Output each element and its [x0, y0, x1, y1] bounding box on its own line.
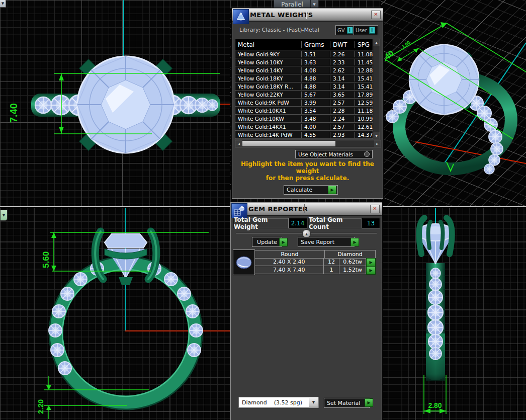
play-icon: ▶: [328, 186, 336, 194]
cell-metal: White Gold:10KX1: [235, 108, 302, 114]
metal-weights-titlebar[interactable]: METAL WEIGHTS ✕: [232, 9, 383, 22]
scroll-down-icon[interactable]: ▼: [373, 132, 380, 139]
cell-grams: 3.99: [302, 100, 330, 106]
gem-reporter-panel: GEM REPORTER ✕ Total Gem Weight 2.14 Tot…: [230, 202, 382, 420]
table-row[interactable]: White Gold:10KW 3.48 2.24 10.99: [235, 115, 380, 123]
col-shape: Round: [254, 250, 325, 259]
table-row[interactable]: White Gold:9K PdW 3.99 2.57 12.59: [235, 99, 380, 107]
total-gem-count-label: Total Gem Count: [308, 218, 362, 228]
viewport-menu-dropdown-bottom[interactable]: ▼: [0, 210, 8, 221]
table-row[interactable]: White Gold:14K PdW 4.55 2.93 14.37: [235, 131, 380, 139]
save-report-label: Save Report: [301, 239, 334, 245]
cell-grams: 5.67: [302, 92, 330, 98]
calculate-button[interactable]: Calculate ▶: [284, 185, 338, 195]
table-row[interactable]: White Gold:14KX1 4.00 2.57 12.61: [235, 123, 380, 131]
viewport-top-view[interactable]: 7.40: [0, 0, 230, 207]
panel-title: METAL WEIGHTS: [250, 11, 313, 19]
cell-dwt: 2.28: [330, 108, 355, 114]
dim-label-band-thickness: 2.20: [36, 399, 45, 414]
chevron-down-icon[interactable]: ▼: [309, 398, 318, 407]
cell-grams: 4.88: [302, 83, 330, 90]
set-material-play-icon[interactable]: ▶: [365, 398, 373, 407]
col-dwt: DWT: [330, 41, 355, 48]
edge-view-drawing: 2.80: [381, 208, 526, 420]
cell-grams: 3.63: [302, 59, 330, 65]
front-view-drawing: 5.60 2.20: [0, 208, 230, 420]
close-icon[interactable]: ✕: [371, 11, 381, 19]
viewport-edge-view[interactable]: 2.80: [381, 208, 526, 420]
gem-reporter-titlebar[interactable]: GEM REPORTER ✕: [231, 203, 382, 216]
save-report-play-icon[interactable]: ▶: [350, 238, 359, 246]
scroll-right-icon[interactable]: ►: [374, 140, 381, 147]
projection-label: Parallel: [274, 1, 310, 8]
ring-perspective: [386, 45, 518, 178]
scroll-up-icon[interactable]: ▲: [373, 39, 380, 46]
save-report-button[interactable]: Save Report: [298, 237, 355, 247]
cell-metal: Yellow Gold:10KY: [235, 59, 302, 65]
update-play-icon[interactable]: ▶: [279, 238, 288, 246]
viewport-front-view[interactable]: 5.60 2.20: [0, 208, 230, 420]
col-grams: Grams: [302, 41, 330, 48]
gem-thumbnail[interactable]: [233, 249, 255, 275]
table-row[interactable]: Yellow Gold:22KY 5.67 3.65 17.89: [235, 91, 380, 99]
gem-row-play-icon[interactable]: ▶: [366, 266, 376, 275]
table-row[interactable]: White Gold:10KX1 3.54 2.28 11.18: [235, 107, 380, 115]
user-toggle[interactable]: User I: [354, 25, 378, 35]
material-dropdown[interactable]: Diamond (3.52 spg) ▼: [238, 397, 319, 408]
radio-icon: [364, 151, 370, 157]
horizontal-scrollbar[interactable]: ◄ ►: [235, 140, 381, 147]
cell-dwt: 3.14: [330, 75, 355, 81]
total-gem-weight-label: Total Gem Weight: [233, 218, 289, 228]
use-object-materials-label: Use Object Materials: [298, 151, 353, 157]
instruction-text: Highlight the item you want to find the …: [232, 160, 383, 182]
prong-head-front: [95, 231, 156, 285]
cell-metal: White Gold:10KW: [235, 116, 302, 122]
cell-dwt: 2.57: [330, 100, 355, 106]
scroll-left-icon[interactable]: ◄: [235, 140, 242, 147]
table-row[interactable]: Yellow Gold:14KY 4.08 2.62 12.88: [235, 66, 380, 74]
table-row[interactable]: Yellow Gold:18KY R... 4.88 3.14 15.41: [235, 82, 380, 91]
cell-grams: 4.00: [302, 124, 330, 130]
application-window: 7.40: [0, 0, 526, 420]
cell-metal: Yellow Gold:9KY: [235, 51, 302, 57]
scale-icon: [233, 9, 249, 24]
cell-grams: 4.55: [302, 132, 330, 138]
cell-metal: Yellow Gold:14KY: [235, 67, 302, 73]
library-label: Library: Classic - (Fast)-Metal: [239, 27, 319, 33]
gem-row-play-icon[interactable]: ▶: [366, 258, 376, 267]
gem-row[interactable]: 7.40 X 7.40 1 1.52tw ▶: [254, 266, 376, 274]
gem-count: 12: [324, 258, 339, 266]
cell-grams: 4.88: [302, 75, 330, 81]
viewport-menu-dropdown-top[interactable]: ▼: [0, 0, 6, 8]
dim-label-band-width: 2.80: [428, 401, 442, 409]
gem-table-header: Round Diamond: [254, 250, 376, 258]
cell-dwt: 2.57: [330, 124, 355, 130]
user-toggle-label: User: [356, 28, 367, 33]
instruction-line1: Highlight the item you want to find the …: [232, 160, 383, 175]
dim-label-head-height: 5.60: [41, 251, 51, 268]
set-material-button[interactable]: Set Material: [324, 398, 370, 408]
total-gem-weight-value: 2.14: [288, 218, 307, 228]
table-row[interactable]: Yellow Gold:10KY 3.63 2.33 11.45: [235, 58, 380, 66]
titlebar-divider: [306, 10, 306, 19]
gem-size: 7.40 X 7.40: [254, 266, 324, 274]
use-object-materials-button[interactable]: Use Object Materials: [295, 150, 373, 158]
table-header: Metal Grams DWT SPG: [235, 39, 380, 50]
chevron-down-icon[interactable]: ▼: [310, 0, 318, 9]
ring-side-view: [31, 56, 220, 153]
cell-metal: Yellow Gold:18KY: [235, 75, 302, 81]
calculate-label: Calculate: [287, 187, 312, 193]
close-icon[interactable]: ✕: [370, 205, 380, 213]
material-name: Diamond: [242, 399, 267, 406]
gv-toggle[interactable]: GV I: [335, 25, 356, 35]
scrollbar-thumb[interactable]: [242, 141, 335, 146]
table-row[interactable]: Yellow Gold:18KY 4.88 3.14 15.41: [235, 74, 380, 82]
table-row[interactable]: Yellow Gold:9KY 3.51 2.26 11.08: [235, 50, 380, 58]
gem-count: 1: [324, 266, 339, 274]
dim-label-side-height: 7.40: [8, 103, 19, 123]
vertical-scrollbar[interactable]: ▲ ▼: [373, 39, 380, 139]
gem-row[interactable]: 2.40 X 2.40 12 0.62tw ▶: [254, 258, 376, 266]
cell-grams: 3.54: [302, 108, 330, 114]
cell-grams: 4.08: [302, 67, 330, 73]
update-button[interactable]: Update: [252, 237, 282, 247]
